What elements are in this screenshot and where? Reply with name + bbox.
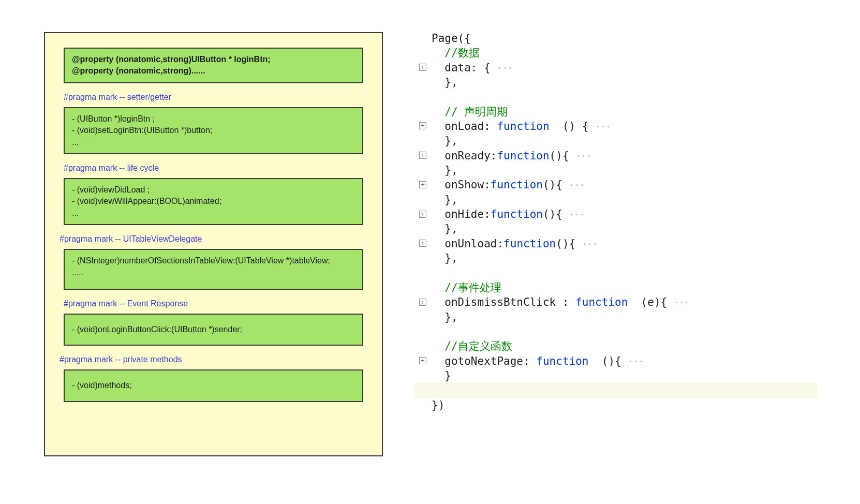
expand-icon[interactable]: + bbox=[419, 64, 426, 71]
code-line: ... bbox=[72, 137, 355, 148]
code-line: - (void)onLoginButtonClick:(UIButton *)s… bbox=[72, 324, 355, 335]
pragma-setter-getter: #pragma mark -- setter/getter bbox=[64, 93, 363, 102]
code-line bbox=[414, 90, 818, 104]
expand-icon[interactable]: + bbox=[419, 152, 426, 159]
code-line: ... bbox=[72, 207, 355, 219]
code-line: + onDismissBtnClick : function (e){ ··· bbox=[414, 295, 818, 309]
code-line: }, bbox=[414, 134, 818, 148]
code-line: Page({ bbox=[414, 31, 818, 46]
property-box: @property (nonatomic,strong)UIButton * l… bbox=[64, 48, 363, 83]
code-line: + gotoNextPage: function (){ ··· bbox=[414, 354, 818, 368]
expand-icon[interactable]: + bbox=[419, 357, 426, 364]
code-line: + onShow:function(){ ··· bbox=[414, 177, 818, 192]
expand-icon[interactable]: + bbox=[419, 122, 426, 129]
code-line: ..... bbox=[72, 267, 355, 278]
code-line: - (void)methods; bbox=[72, 380, 355, 391]
code-line: - (void)viewDidLoad ; bbox=[72, 184, 355, 196]
code-line: - (void)setLoginBtn:(UIButton *)button; bbox=[72, 125, 355, 136]
pragma-life-cycle: #pragma mark -- life cycle bbox=[64, 164, 363, 173]
expand-icon[interactable]: + bbox=[419, 211, 426, 218]
code-line: //数据 bbox=[414, 46, 818, 60]
code-line: // 声明周期 bbox=[414, 105, 818, 119]
pragma-event-response: #pragma mark -- Event Response bbox=[64, 299, 363, 308]
private-methods-box: - (void)methods; bbox=[64, 369, 363, 402]
code-line: - (UIButton *)loginBtn ; bbox=[72, 113, 355, 125]
expand-icon[interactable]: + bbox=[419, 181, 426, 188]
code-line: + onLoad: function () { ··· bbox=[414, 119, 818, 134]
code-line bbox=[414, 324, 818, 339]
code-line: }, bbox=[414, 192, 818, 207]
code-line: //事件处理 bbox=[414, 280, 818, 295]
js-code-panel: Page({ //数据 + data: { ··· }, // 声明周期 + o… bbox=[414, 31, 818, 412]
code-line: @property (nonatomic,strong)UIButton * l… bbox=[72, 54, 355, 65]
event-response-box: - (void)onLoginButtonClick:(UIButton *)s… bbox=[64, 314, 363, 346]
pragma-private-methods: #pragma mark -- private methods bbox=[60, 355, 363, 364]
code-line: }) bbox=[414, 398, 818, 412]
code-line: + onUnload:function(){ ··· bbox=[414, 236, 818, 251]
code-line bbox=[414, 266, 818, 280]
expand-icon[interactable]: + bbox=[419, 240, 426, 247]
code-line: + onReady:function(){ ··· bbox=[414, 149, 818, 163]
code-line: - (void)viewWillAppear:(BOOL)animated; bbox=[72, 196, 355, 207]
code-line: //自定义函数 bbox=[414, 339, 818, 353]
code-line: }, bbox=[414, 75, 818, 90]
code-line: + data: { ··· bbox=[414, 61, 818, 75]
code-line: }, bbox=[414, 310, 818, 324]
code-line: }, bbox=[414, 163, 818, 177]
cursor-line bbox=[414, 383, 818, 397]
code-line: @property (nonatomic,strong)...... bbox=[72, 65, 355, 77]
code-line: } bbox=[414, 368, 818, 383]
expand-icon[interactable]: + bbox=[419, 299, 426, 306]
code-line: }, bbox=[414, 251, 818, 265]
code-line: + onHide:function(){ ··· bbox=[414, 207, 818, 221]
pragma-tableview-delegate: #pragma mark -- UITableViewDelegate bbox=[60, 234, 363, 244]
life-cycle-box: - (void)viewDidLoad ; - (void)viewWillAp… bbox=[64, 178, 363, 225]
code-line: - (NSInteger)numberOfSectionsInTableView… bbox=[72, 255, 355, 266]
code-line: }, bbox=[414, 221, 818, 236]
setter-getter-box: - (UIButton *)loginBtn ; - (void)setLogi… bbox=[64, 107, 363, 154]
objc-code-panel: @property (nonatomic,strong)UIButton * l… bbox=[44, 32, 383, 456]
tableview-delegate-box: - (NSInteger)numberOfSectionsInTableView… bbox=[64, 249, 363, 290]
